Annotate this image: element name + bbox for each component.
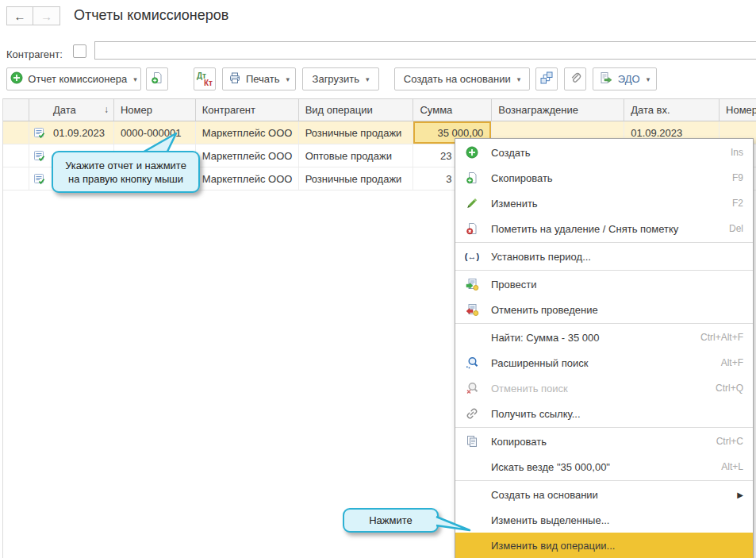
menu-item-change-operation-type[interactable]: Изменить вид операции... bbox=[455, 533, 753, 558]
posted-document-icon bbox=[33, 150, 45, 162]
cell-operation: Оптовые продажи bbox=[299, 144, 414, 167]
print-button[interactable]: Печать ▾ bbox=[222, 67, 296, 90]
cell-contractor: Маркетплейс ООО bbox=[196, 121, 299, 144]
callout-text: на правую кнопку мыши bbox=[68, 172, 183, 186]
related-documents-button[interactable] bbox=[535, 67, 558, 90]
header-number-in[interactable]: Номер bbox=[720, 99, 756, 121]
menu-item-shortcut: Ctrl+Alt+F bbox=[700, 332, 743, 343]
menu-item-label: Создать на основании bbox=[491, 489, 737, 501]
menu-item-unpost[interactable]: Отменить проведение bbox=[455, 297, 753, 322]
edo-button[interactable]: ЭДО ▾ bbox=[593, 67, 657, 90]
new-report-label: Отчет комиссионера bbox=[28, 73, 127, 85]
row-gutter bbox=[3, 167, 29, 190]
dtkt-postings-button[interactable]: ДтКт bbox=[194, 67, 216, 90]
menu-item-copy-document[interactable]: Скопировать F9 bbox=[455, 165, 753, 190]
menu-item-label: Создать bbox=[491, 147, 723, 159]
copy-document-icon bbox=[463, 171, 481, 184]
chevron-down-icon: ▾ bbox=[133, 75, 137, 83]
menu-item-find-sum[interactable]: Найти: Сумма - 35 000 Ctrl+Alt+F bbox=[455, 325, 753, 350]
print-label: Печать bbox=[246, 73, 280, 85]
new-report-button[interactable]: Отчет комиссионера ▾ bbox=[6, 67, 141, 90]
contractor-filter-checkbox[interactable] bbox=[73, 44, 86, 58]
header-number[interactable]: Номер bbox=[114, 99, 196, 121]
copy-document-icon bbox=[151, 71, 163, 87]
menu-separator bbox=[455, 480, 753, 481]
pencil-icon bbox=[463, 197, 481, 210]
menu-item-label: Отменить поиск bbox=[491, 383, 708, 394]
cell-date: 01.09.2023 bbox=[29, 121, 114, 144]
callout-text: Укажите отчет и нажмите bbox=[65, 159, 186, 172]
menu-item-label: Изменить вид операции... bbox=[491, 540, 735, 552]
callout-click-here: Нажмите bbox=[343, 508, 439, 533]
menu-item-label: Отменить проведение bbox=[491, 304, 735, 316]
printer-icon bbox=[228, 71, 241, 87]
menu-item-label: Скопировать bbox=[491, 172, 724, 184]
load-button[interactable]: Загрузить ▾ bbox=[302, 67, 379, 90]
menu-item-post[interactable]: Провести bbox=[455, 271, 753, 297]
chevron-down-icon: ▾ bbox=[517, 75, 521, 83]
load-label: Загрузить bbox=[313, 73, 359, 85]
menu-item-set-period[interactable]: (↔) Установить период... bbox=[455, 244, 753, 269]
menu-item-advanced-search[interactable]: Расширенный поиск Alt+F bbox=[455, 350, 753, 375]
cell-operation: Розничные продажи bbox=[299, 167, 414, 190]
forward-arrow-icon: → bbox=[40, 10, 52, 23]
header-icon-column[interactable] bbox=[3, 99, 29, 121]
header-reward[interactable]: Вознаграждение bbox=[492, 99, 624, 121]
header-date-in[interactable]: Дата вх. bbox=[624, 99, 720, 121]
callout-text: Нажмите bbox=[369, 514, 413, 526]
menu-item-copy-clipboard[interactable]: Копировать Ctrl+C bbox=[455, 429, 753, 454]
edo-exchange-icon bbox=[600, 71, 613, 87]
cell-operation: Розничные продажи bbox=[299, 121, 414, 144]
menu-separator bbox=[455, 323, 753, 324]
cell-contractor: Маркетплейс ООО bbox=[196, 167, 299, 190]
posted-document-icon bbox=[33, 173, 45, 185]
back-button[interactable]: ← bbox=[6, 6, 33, 25]
menu-item-mark-deletion[interactable]: Пометить на удаление / Снять пометку Del bbox=[455, 216, 753, 241]
header-contractor[interactable]: Контрагент bbox=[196, 99, 299, 121]
back-arrow-icon: ← bbox=[14, 10, 26, 23]
callout-beak bbox=[435, 513, 473, 535]
menu-item-shortcut: F9 bbox=[732, 172, 743, 183]
nav-buttons: ← → bbox=[6, 6, 60, 25]
copy-icon bbox=[463, 435, 481, 448]
menu-item-get-link[interactable]: Получить ссылку... bbox=[455, 401, 753, 426]
forward-button[interactable]: → bbox=[33, 6, 60, 25]
create-based-on-button[interactable]: Создать на основании ▾ bbox=[394, 67, 530, 90]
attachments-button[interactable] bbox=[564, 67, 586, 90]
menu-separator bbox=[455, 270, 753, 271]
header-sum[interactable]: Сумма bbox=[413, 99, 492, 121]
post-document-icon bbox=[463, 278, 481, 291]
copy-report-button[interactable] bbox=[146, 67, 168, 90]
header-date[interactable]: Дата ↓ bbox=[29, 99, 114, 121]
menu-item-label: Изменить bbox=[491, 198, 724, 210]
cell-contractor: Маркетплейс ООО bbox=[196, 144, 299, 167]
menu-item-label: Пометить на удаление / Снять пометку bbox=[491, 223, 721, 235]
menu-item-label: Искать везде "35 000,00" bbox=[491, 461, 713, 473]
row-gutter bbox=[3, 144, 29, 167]
table-header: Дата ↓ Номер Контрагент Вид операции Сум… bbox=[3, 98, 756, 121]
context-menu: Создать Ins Скопировать F9 Изменить F2 П… bbox=[455, 138, 754, 558]
menu-item-edit[interactable]: Изменить F2 bbox=[455, 190, 753, 216]
menu-item-search-everywhere[interactable]: Искать везде "35 000,00" Alt+L bbox=[455, 454, 753, 479]
contractor-filter-input[interactable] bbox=[94, 41, 756, 60]
menu-item-cancel-search: Отменить поиск Ctrl+Q bbox=[455, 375, 753, 401]
menu-item-create[interactable]: Создать Ins bbox=[455, 140, 753, 165]
header-operation[interactable]: Вид операции bbox=[299, 99, 414, 121]
menu-item-create-based-on[interactable]: Создать на основании ▶ bbox=[455, 482, 753, 507]
structure-icon bbox=[539, 71, 554, 87]
menu-item-shortcut: Alt+L bbox=[721, 461, 743, 472]
plus-circle-icon bbox=[463, 146, 481, 159]
paperclip-icon bbox=[569, 71, 581, 87]
menu-item-label: Найти: Сумма - 35 000 bbox=[491, 332, 693, 344]
menu-item-edit-selected[interactable]: Изменить выделенные... bbox=[455, 507, 753, 533]
menu-item-label: Изменить выделенные... bbox=[491, 514, 735, 526]
page-title: Отчеты комиссионеров bbox=[74, 7, 228, 24]
period-icon: (↔) bbox=[463, 252, 481, 261]
link-icon bbox=[463, 407, 481, 420]
posted-document-icon bbox=[33, 127, 45, 139]
menu-item-label: Получить ссылку... bbox=[491, 408, 735, 420]
sort-desc-icon: ↓ bbox=[104, 104, 109, 115]
unpost-document-icon bbox=[463, 303, 481, 316]
dtkt-icon: ДтКт bbox=[197, 71, 213, 87]
menu-item-shortcut: Del bbox=[729, 223, 743, 234]
